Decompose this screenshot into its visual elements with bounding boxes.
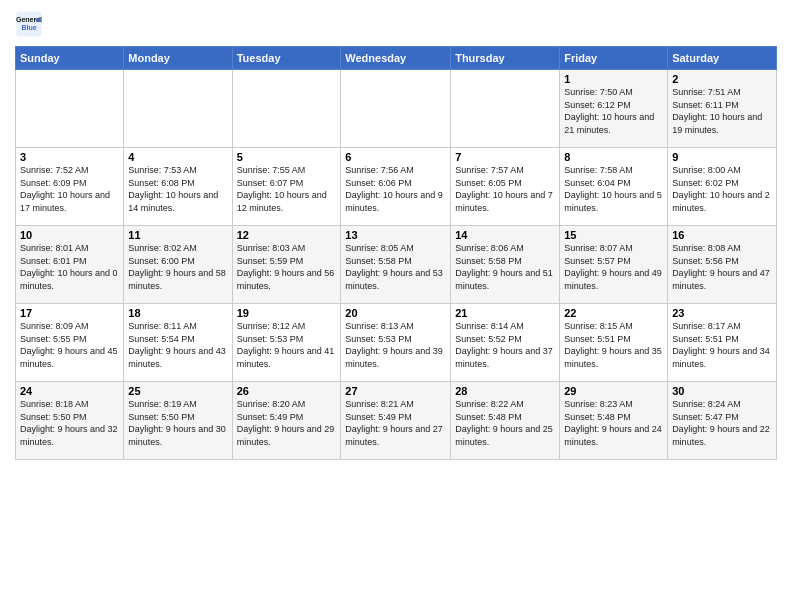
day-info: Sunrise: 8:22 AM Sunset: 5:48 PM Dayligh…	[455, 398, 555, 448]
calendar-cell: 24Sunrise: 8:18 AM Sunset: 5:50 PM Dayli…	[16, 382, 124, 460]
weekday-header-sunday: Sunday	[16, 47, 124, 70]
calendar-cell: 2Sunrise: 7:51 AM Sunset: 6:11 PM Daylig…	[668, 70, 777, 148]
day-number: 2	[672, 73, 772, 85]
calendar-cell	[124, 70, 232, 148]
day-number: 25	[128, 385, 227, 397]
day-info: Sunrise: 8:17 AM Sunset: 5:51 PM Dayligh…	[672, 320, 772, 370]
day-number: 17	[20, 307, 119, 319]
day-info: Sunrise: 8:06 AM Sunset: 5:58 PM Dayligh…	[455, 242, 555, 292]
day-number: 19	[237, 307, 337, 319]
calendar-cell: 28Sunrise: 8:22 AM Sunset: 5:48 PM Dayli…	[451, 382, 560, 460]
day-info: Sunrise: 8:18 AM Sunset: 5:50 PM Dayligh…	[20, 398, 119, 448]
calendar-cell: 14Sunrise: 8:06 AM Sunset: 5:58 PM Dayli…	[451, 226, 560, 304]
calendar-cell: 13Sunrise: 8:05 AM Sunset: 5:58 PM Dayli…	[341, 226, 451, 304]
day-info: Sunrise: 8:03 AM Sunset: 5:59 PM Dayligh…	[237, 242, 337, 292]
day-info: Sunrise: 7:58 AM Sunset: 6:04 PM Dayligh…	[564, 164, 663, 214]
calendar-cell: 25Sunrise: 8:19 AM Sunset: 5:50 PM Dayli…	[124, 382, 232, 460]
calendar-cell	[232, 70, 341, 148]
day-info: Sunrise: 8:24 AM Sunset: 5:47 PM Dayligh…	[672, 398, 772, 448]
calendar-cell: 30Sunrise: 8:24 AM Sunset: 5:47 PM Dayli…	[668, 382, 777, 460]
svg-text:Blue: Blue	[21, 24, 36, 31]
day-info: Sunrise: 8:11 AM Sunset: 5:54 PM Dayligh…	[128, 320, 227, 370]
calendar-table: SundayMondayTuesdayWednesdayThursdayFrid…	[15, 46, 777, 460]
weekday-header-saturday: Saturday	[668, 47, 777, 70]
day-number: 7	[455, 151, 555, 163]
calendar-cell: 18Sunrise: 8:11 AM Sunset: 5:54 PM Dayli…	[124, 304, 232, 382]
day-info: Sunrise: 7:56 AM Sunset: 6:06 PM Dayligh…	[345, 164, 446, 214]
day-number: 16	[672, 229, 772, 241]
day-info: Sunrise: 8:19 AM Sunset: 5:50 PM Dayligh…	[128, 398, 227, 448]
day-number: 26	[237, 385, 337, 397]
calendar-cell: 1Sunrise: 7:50 AM Sunset: 6:12 PM Daylig…	[560, 70, 668, 148]
calendar-cell: 15Sunrise: 8:07 AM Sunset: 5:57 PM Dayli…	[560, 226, 668, 304]
weekday-header-monday: Monday	[124, 47, 232, 70]
day-info: Sunrise: 7:57 AM Sunset: 6:05 PM Dayligh…	[455, 164, 555, 214]
day-number: 15	[564, 229, 663, 241]
calendar-cell: 3Sunrise: 7:52 AM Sunset: 6:09 PM Daylig…	[16, 148, 124, 226]
week-row-3: 10Sunrise: 8:01 AM Sunset: 6:01 PM Dayli…	[16, 226, 777, 304]
week-row-5: 24Sunrise: 8:18 AM Sunset: 5:50 PM Dayli…	[16, 382, 777, 460]
calendar-cell: 16Sunrise: 8:08 AM Sunset: 5:56 PM Dayli…	[668, 226, 777, 304]
calendar-cell: 12Sunrise: 8:03 AM Sunset: 5:59 PM Dayli…	[232, 226, 341, 304]
weekday-header-friday: Friday	[560, 47, 668, 70]
day-info: Sunrise: 7:53 AM Sunset: 6:08 PM Dayligh…	[128, 164, 227, 214]
day-number: 4	[128, 151, 227, 163]
calendar-cell: 10Sunrise: 8:01 AM Sunset: 6:01 PM Dayli…	[16, 226, 124, 304]
day-info: Sunrise: 8:01 AM Sunset: 6:01 PM Dayligh…	[20, 242, 119, 292]
page: General Blue SundayMondayTuesdayWednesda…	[0, 0, 792, 470]
calendar-cell	[451, 70, 560, 148]
calendar-cell: 20Sunrise: 8:13 AM Sunset: 5:53 PM Dayli…	[341, 304, 451, 382]
day-number: 8	[564, 151, 663, 163]
day-info: Sunrise: 8:15 AM Sunset: 5:51 PM Dayligh…	[564, 320, 663, 370]
day-info: Sunrise: 7:50 AM Sunset: 6:12 PM Dayligh…	[564, 86, 663, 136]
day-number: 27	[345, 385, 446, 397]
calendar-cell: 27Sunrise: 8:21 AM Sunset: 5:49 PM Dayli…	[341, 382, 451, 460]
logo-icon: General Blue	[15, 10, 43, 38]
logo: General Blue	[15, 10, 47, 38]
day-number: 14	[455, 229, 555, 241]
calendar-cell: 4Sunrise: 7:53 AM Sunset: 6:08 PM Daylig…	[124, 148, 232, 226]
day-info: Sunrise: 8:00 AM Sunset: 6:02 PM Dayligh…	[672, 164, 772, 214]
day-number: 20	[345, 307, 446, 319]
day-number: 1	[564, 73, 663, 85]
day-info: Sunrise: 7:52 AM Sunset: 6:09 PM Dayligh…	[20, 164, 119, 214]
day-number: 12	[237, 229, 337, 241]
top-bar: General Blue	[15, 10, 777, 42]
day-info: Sunrise: 8:09 AM Sunset: 5:55 PM Dayligh…	[20, 320, 119, 370]
day-info: Sunrise: 7:51 AM Sunset: 6:11 PM Dayligh…	[672, 86, 772, 136]
day-number: 28	[455, 385, 555, 397]
calendar-cell: 26Sunrise: 8:20 AM Sunset: 5:49 PM Dayli…	[232, 382, 341, 460]
day-info: Sunrise: 8:21 AM Sunset: 5:49 PM Dayligh…	[345, 398, 446, 448]
day-number: 10	[20, 229, 119, 241]
calendar-cell: 8Sunrise: 7:58 AM Sunset: 6:04 PM Daylig…	[560, 148, 668, 226]
day-number: 29	[564, 385, 663, 397]
calendar-cell: 5Sunrise: 7:55 AM Sunset: 6:07 PM Daylig…	[232, 148, 341, 226]
week-row-1: 1Sunrise: 7:50 AM Sunset: 6:12 PM Daylig…	[16, 70, 777, 148]
calendar-cell: 22Sunrise: 8:15 AM Sunset: 5:51 PM Dayli…	[560, 304, 668, 382]
calendar-cell: 21Sunrise: 8:14 AM Sunset: 5:52 PM Dayli…	[451, 304, 560, 382]
day-number: 11	[128, 229, 227, 241]
weekday-header-tuesday: Tuesday	[232, 47, 341, 70]
day-number: 23	[672, 307, 772, 319]
day-info: Sunrise: 8:13 AM Sunset: 5:53 PM Dayligh…	[345, 320, 446, 370]
calendar-cell: 29Sunrise: 8:23 AM Sunset: 5:48 PM Dayli…	[560, 382, 668, 460]
calendar-cell: 23Sunrise: 8:17 AM Sunset: 5:51 PM Dayli…	[668, 304, 777, 382]
day-number: 30	[672, 385, 772, 397]
day-info: Sunrise: 8:07 AM Sunset: 5:57 PM Dayligh…	[564, 242, 663, 292]
calendar-cell: 17Sunrise: 8:09 AM Sunset: 5:55 PM Dayli…	[16, 304, 124, 382]
calendar-cell: 11Sunrise: 8:02 AM Sunset: 6:00 PM Dayli…	[124, 226, 232, 304]
week-row-2: 3Sunrise: 7:52 AM Sunset: 6:09 PM Daylig…	[16, 148, 777, 226]
day-info: Sunrise: 8:12 AM Sunset: 5:53 PM Dayligh…	[237, 320, 337, 370]
weekday-header-thursday: Thursday	[451, 47, 560, 70]
day-number: 18	[128, 307, 227, 319]
calendar-cell: 9Sunrise: 8:00 AM Sunset: 6:02 PM Daylig…	[668, 148, 777, 226]
day-info: Sunrise: 8:05 AM Sunset: 5:58 PM Dayligh…	[345, 242, 446, 292]
day-number: 24	[20, 385, 119, 397]
day-number: 21	[455, 307, 555, 319]
calendar-cell: 19Sunrise: 8:12 AM Sunset: 5:53 PM Dayli…	[232, 304, 341, 382]
day-info: Sunrise: 8:23 AM Sunset: 5:48 PM Dayligh…	[564, 398, 663, 448]
day-number: 13	[345, 229, 446, 241]
day-number: 3	[20, 151, 119, 163]
weekday-header-row: SundayMondayTuesdayWednesdayThursdayFrid…	[16, 47, 777, 70]
day-info: Sunrise: 8:20 AM Sunset: 5:49 PM Dayligh…	[237, 398, 337, 448]
